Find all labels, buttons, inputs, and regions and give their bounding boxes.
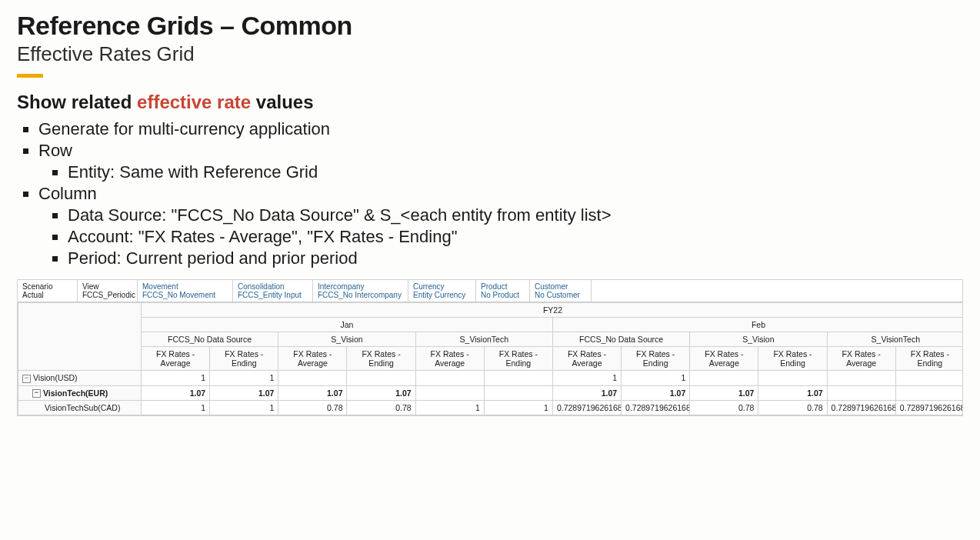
data-cell[interactable]: 1.07 [690, 385, 758, 401]
data-cell[interactable]: 1 [552, 371, 621, 386]
data-cell[interactable] [415, 385, 484, 401]
row-label[interactable]: −VisionTech(EUR) [18, 385, 142, 401]
list-item-label: Column [38, 184, 97, 203]
account-header: FX Rates - Ending [622, 347, 690, 371]
source-header: S_Vision [690, 332, 827, 347]
row-label-text: Vision(USD) [33, 373, 78, 382]
list-item: Row Entity: Same with Reference Grid [38, 141, 963, 182]
data-cell[interactable]: 1 [210, 371, 278, 386]
pov-value: FCCS_Periodic [82, 291, 132, 299]
account-header: FX Rates - Ending [895, 347, 963, 371]
list-item: Generate for multi-currency application [38, 119, 963, 139]
pov-value: FCCS_No Intercompany [318, 291, 403, 299]
data-cell[interactable]: 0.7289719626168 [827, 401, 895, 415]
pov-value: Actual [22, 291, 72, 299]
data-cell[interactable] [484, 385, 552, 401]
table-row: −Vision(USD)1111 [18, 371, 964, 386]
data-cell[interactable]: 0.7289719626168 [622, 401, 690, 415]
account-header: FX Rates - Ending [347, 347, 415, 371]
month-header: Feb [552, 318, 963, 332]
pov-cell[interactable]: ViewFCCS_Periodic [78, 280, 138, 302]
list-item: Data Source: "FCCS_No Data Source" & S_<… [68, 205, 963, 225]
pov-cell[interactable]: ProductNo Product [476, 280, 530, 302]
data-cell[interactable]: 1 [484, 401, 552, 415]
data-cell[interactable]: 1.07 [552, 385, 621, 401]
data-cell[interactable] [690, 371, 758, 386]
pov-label: Scenario [22, 282, 72, 291]
pov-value: No Customer [535, 291, 586, 299]
data-cell[interactable]: 1 [210, 401, 278, 415]
account-header: FX Rates - Average [415, 347, 484, 371]
table-row: −VisionTech(EUR)1.071.071.071.071.071.07… [18, 385, 964, 401]
source-header: FCCS_No Data Source [142, 332, 278, 347]
data-cell[interactable] [895, 385, 963, 401]
data-cell[interactable]: 1.07 [210, 385, 278, 401]
data-cell[interactable] [827, 371, 895, 386]
bullet-list: Generate for multi-currency application … [17, 119, 963, 268]
data-cell[interactable]: 0.78 [347, 401, 415, 415]
data-cell[interactable]: 1.07 [622, 385, 690, 401]
data-cell[interactable]: 0.7289719626168 [895, 401, 963, 415]
data-cell[interactable]: 1 [622, 371, 690, 386]
list-item: Account: "FX Rates - Average", "FX Rates… [68, 227, 963, 247]
account-header: FX Rates - Ending [758, 347, 827, 371]
grid-container: ScenarioActualViewFCCS_PeriodicMovementF… [17, 279, 963, 416]
page-subtitle: Effective Rates Grid [17, 42, 963, 66]
row-label[interactable]: VisionTechSub(CAD) [18, 401, 142, 415]
pov-label: Product [481, 282, 525, 291]
page-title: Reference Grids – Common [17, 11, 963, 41]
list-item: Entity: Same with Reference Grid [68, 162, 963, 182]
collapse-icon[interactable]: − [22, 375, 31, 383]
pov-cell[interactable]: IntercompanyFCCS_No Intercompany [313, 280, 408, 302]
pov-label: View [82, 282, 132, 291]
accent-bar [17, 74, 43, 78]
pov-label: Consolidation [238, 282, 308, 291]
data-cell[interactable]: 0.78 [278, 401, 347, 415]
month-header: Jan [142, 318, 553, 332]
pov-value: Entity Currency [413, 291, 471, 299]
account-header: FX Rates - Ending [484, 347, 552, 371]
data-cell[interactable] [758, 371, 827, 386]
pov-label: Currency [413, 282, 471, 291]
heading-emphasis: effective rate [137, 92, 251, 112]
account-header: FX Rates - Average [690, 347, 758, 371]
source-header: S_Vision [278, 332, 415, 347]
data-cell[interactable]: 0.78 [690, 401, 758, 415]
data-cell[interactable]: 1.07 [347, 385, 415, 401]
pov-cell[interactable]: MovementFCCS_No Movement [138, 280, 233, 302]
row-label[interactable]: −Vision(USD) [18, 371, 142, 386]
pov-cell[interactable]: ScenarioActual [18, 280, 78, 302]
pov-value: FCCS_Entity Input [238, 291, 308, 299]
data-cell[interactable]: 0.78 [758, 401, 827, 415]
year-header: FY22 [142, 303, 964, 318]
pov-value: FCCS_No Movement [142, 291, 228, 299]
data-cell[interactable]: 1.07 [758, 385, 827, 401]
data-cell[interactable] [278, 371, 347, 386]
data-cell[interactable] [347, 371, 415, 386]
data-cell[interactable]: 1 [142, 371, 210, 386]
list-item: Column Data Source: "FCCS_No Data Source… [38, 184, 963, 268]
data-cell[interactable] [415, 371, 484, 386]
row-label-text: VisionTech(EUR) [43, 388, 108, 398]
list-item-label: Row [38, 141, 72, 160]
pov-cell[interactable]: ConsolidationFCCS_Entity Input [233, 280, 313, 302]
row-label-text: VisionTechSub(CAD) [45, 403, 120, 412]
heading-post: values [251, 92, 313, 112]
pov-bar: ScenarioActualViewFCCS_PeriodicMovementF… [18, 280, 962, 302]
data-cell[interactable]: 1.07 [278, 385, 347, 401]
account-header: FX Rates - Average [278, 347, 347, 371]
account-header: FX Rates - Average [142, 347, 210, 371]
pov-label: Movement [142, 282, 228, 291]
data-cell[interactable] [484, 371, 552, 386]
source-header: S_VisionTech [415, 332, 552, 347]
data-cell[interactable]: 0.7289719626168 [552, 401, 621, 415]
data-cell[interactable]: 1 [142, 401, 210, 415]
data-cell[interactable]: 1 [415, 401, 484, 415]
data-cell[interactable] [895, 371, 963, 386]
pov-cell[interactable]: CurrencyEntity Currency [408, 280, 476, 302]
account-header: FX Rates - Average [552, 347, 621, 371]
collapse-icon[interactable]: − [32, 389, 41, 398]
data-cell[interactable] [827, 385, 895, 401]
pov-cell[interactable]: CustomerNo Customer [530, 280, 592, 302]
data-cell[interactable]: 1.07 [142, 385, 210, 401]
